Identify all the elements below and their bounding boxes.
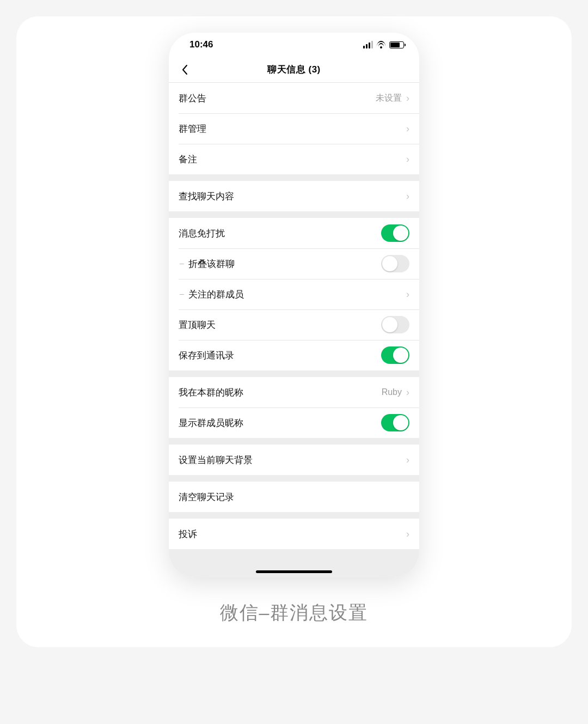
label: 备注 [179, 153, 197, 166]
label: 置顶聊天 [179, 319, 216, 331]
row-watched-members[interactable]: 关注的群成员 › [169, 279, 419, 309]
row-remark[interactable]: 备注 › [169, 144, 419, 174]
chevron-right-icon: › [406, 123, 409, 135]
row-my-nickname[interactable]: 我在本群的昵称 Ruby › [169, 377, 419, 407]
status-time: 10:46 [189, 39, 213, 50]
row-fold: 折叠该群聊 [169, 248, 419, 279]
row-group-manage[interactable]: 群管理 › [169, 113, 419, 144]
label: 保存到通讯录 [179, 349, 234, 362]
label: 消息免打扰 [179, 227, 225, 240]
row-save-contacts: 保存到通讯录 [169, 340, 419, 370]
row-group-announcement[interactable]: 群公告 未设置 › [169, 83, 419, 113]
home-indicator [256, 570, 332, 573]
row-clear-history[interactable]: 清空聊天记录 [169, 482, 419, 512]
label: 清空聊天记录 [179, 491, 234, 503]
caption: 微信–群消息设置 [220, 600, 369, 625]
value: 未设置 [376, 93, 402, 104]
chevron-right-icon: › [406, 154, 409, 165]
mute-toggle[interactable] [381, 224, 409, 242]
sticky-toggle[interactable] [381, 316, 409, 333]
back-button[interactable] [176, 62, 193, 78]
status-bar: 10:46 [169, 33, 419, 57]
label: 群公告 [179, 92, 206, 105]
chevron-right-icon: › [406, 93, 409, 104]
label: 折叠该群聊 [188, 258, 235, 270]
label: 设置当前聊天背景 [179, 454, 253, 466]
row-search-content[interactable]: 查找聊天内容 › [169, 181, 419, 211]
chevron-right-icon: › [406, 528, 409, 540]
row-report[interactable]: 投诉 › [169, 519, 419, 549]
phone-frame: 10:46 聊天信息 (3) 群公告 未设置 › [169, 33, 419, 577]
row-sticky: 置顶聊天 [169, 309, 419, 340]
cellular-icon [363, 41, 373, 48]
chevron-right-icon: › [406, 454, 409, 466]
label: 我在本群的昵称 [179, 386, 243, 399]
row-chat-background[interactable]: 设置当前聊天背景 › [169, 445, 419, 475]
label: 群管理 [179, 123, 206, 135]
fold-toggle[interactable] [381, 255, 409, 272]
label: 显示群成员昵称 [179, 417, 243, 429]
label: 关注的群成员 [188, 288, 244, 301]
settings-list: 群公告 未设置 › 群管理 › 备注 › 查找聊天内容 [169, 83, 419, 577]
wifi-icon [376, 41, 386, 48]
nav-bar: 聊天信息 (3) [169, 57, 419, 83]
page-title: 聊天信息 (3) [267, 63, 321, 76]
battery-icon [389, 41, 404, 48]
status-indicators [363, 41, 404, 48]
chevron-left-icon [182, 64, 188, 75]
value: Ruby [382, 387, 402, 397]
row-show-nickname: 显示群成员昵称 [169, 407, 419, 438]
chevron-right-icon: › [406, 289, 409, 300]
save-toggle[interactable] [381, 346, 409, 364]
label: 投诉 [179, 528, 197, 540]
chevron-right-icon: › [406, 387, 409, 398]
chevron-right-icon: › [406, 191, 409, 202]
label: 查找聊天内容 [179, 190, 234, 203]
row-mute: 消息免打扰 [169, 218, 419, 248]
shownick-toggle[interactable] [381, 414, 409, 431]
